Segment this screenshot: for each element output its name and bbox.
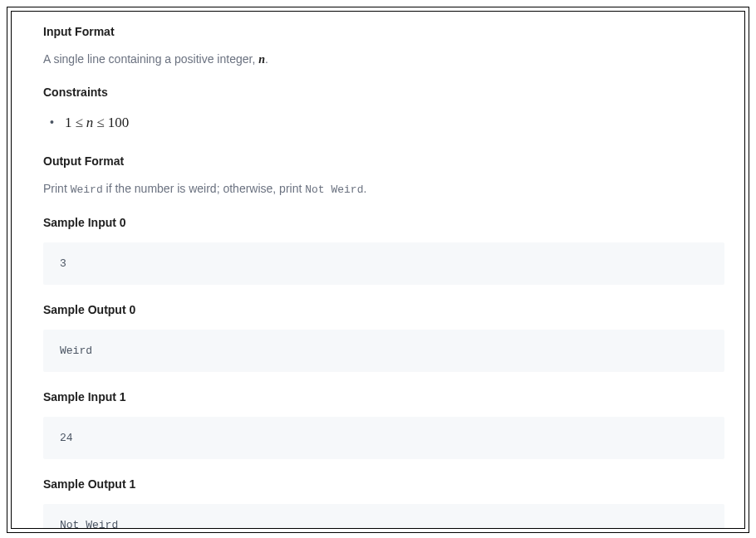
input-format-heading: Input Format <box>43 25 724 38</box>
output-format-heading: Output Format <box>43 154 724 168</box>
output-format-code1: Weird <box>71 183 103 196</box>
constraints-heading: Constraints <box>43 86 724 99</box>
constraint-expression: 1≤n≤100 <box>65 115 129 130</box>
output-format-text-mid: if the number is weird; otherwise, print <box>103 182 306 195</box>
inner-frame: Input Format A single line containing a … <box>11 11 745 529</box>
constraints-list: 1≤n≤100 <box>43 110 724 136</box>
sample-output-0-block: Weird <box>43 330 724 372</box>
constraint-item: 1≤n≤100 <box>50 110 724 136</box>
problem-statement: Input Format A single line containing a … <box>32 25 724 529</box>
output-format-text-after: . <box>363 182 366 195</box>
input-format-text: A single line containing a positive inte… <box>43 50 724 69</box>
sample-input-0-heading: Sample Input 0 <box>43 216 724 229</box>
sample-output-1-block: Not Weird <box>43 504 724 529</box>
input-format-text-after: . <box>265 52 268 66</box>
sample-input-0-block: 3 <box>43 242 724 285</box>
output-format-text: Print Weird if the number is weird; othe… <box>43 179 724 199</box>
sample-output-0-heading: Sample Output 0 <box>43 303 724 316</box>
output-format-code2: Not Weird <box>305 183 363 196</box>
sample-input-1-block: 24 <box>43 417 724 459</box>
input-format-text-before: A single line containing a positive inte… <box>43 52 258 66</box>
sample-output-1-heading: Sample Output 1 <box>43 477 724 491</box>
outer-frame: Input Format A single line containing a … <box>7 7 749 533</box>
output-format-text-before: Print <box>43 182 71 195</box>
sample-input-1-heading: Sample Input 1 <box>43 390 724 404</box>
input-format-variable: n <box>258 53 265 66</box>
